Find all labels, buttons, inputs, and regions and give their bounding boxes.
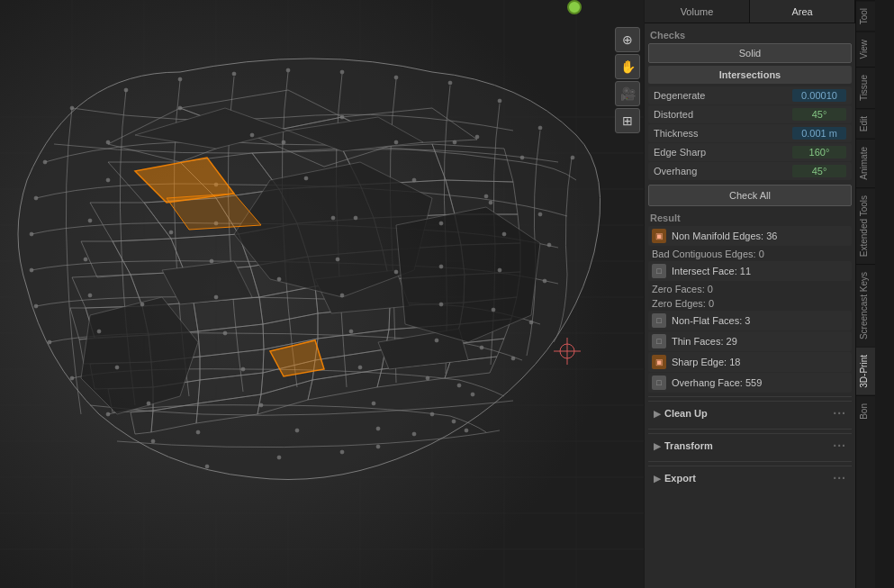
svg-point-76 [70,376,74,380]
panel-content[interactable]: Checks Solid Intersections Degenerate 0.… [645,23,855,588]
degenerate-value[interactable]: 0.00010 [792,89,846,102]
result-zero-faces: Zero Faces: 0 [648,282,852,296]
overhang-label: Overhang [654,166,697,176]
overhang-face-icon: □ [652,375,666,390]
svg-point-74 [480,346,483,349]
transform-section[interactable]: ▶ Transform ··· [648,433,852,457]
non-flat-icon: □ [652,313,666,328]
svg-point-93 [376,427,380,430]
clean-up-section[interactable]: ▶ Clean Up ··· [648,401,852,425]
svg-point-68 [529,321,533,324]
svg-point-95 [205,465,209,468]
svg-point-25 [232,72,236,76]
side-tab-extended-tools[interactable]: Extended Tools [856,187,875,264]
svg-point-22 [70,106,74,110]
svg-point-45 [412,178,416,182]
svg-point-44 [304,176,308,180]
edge-sharp-value[interactable]: 160° [792,146,846,158]
svg-point-59 [439,265,443,268]
zoom-btn[interactable]: ⊕ [615,27,640,52]
svg-point-97 [340,450,344,454]
side-tab-view[interactable]: View [856,32,875,67]
side-tab-bone[interactable]: Bon [856,395,875,427]
solid-button[interactable]: Solid [648,43,852,63]
transform-arrow: ▶ [654,441,661,451]
grid-btn[interactable]: ⊞ [615,108,640,133]
export-section[interactable]: ▶ Export ··· [648,466,852,490]
tab-strip: Volume Area [645,0,855,23]
camera-icon: 🎥 [620,86,636,101]
svg-point-26 [286,68,290,72]
tab-area[interactable]: Area [750,0,855,23]
svg-point-32 [571,156,574,159]
svg-point-79 [358,366,362,369]
divider-3 [648,461,852,462]
result-sharp-edge[interactable]: ▣ Sharp Edge: 18 [648,352,852,372]
svg-point-62 [34,304,38,308]
svg-point-55 [30,268,33,272]
result-intersect-face[interactable]: □ Intersect Face: 11 [648,261,852,281]
non-flat-text: Non-Flat Faces: 3 [672,315,848,326]
svg-point-51 [331,216,335,220]
svg-point-87 [430,412,434,416]
check-thickness-row[interactable]: Thickness 0.001 m [648,124,852,142]
svg-point-94 [412,432,416,436]
svg-point-46 [484,194,488,198]
svg-point-23 [124,88,128,92]
svg-point-65 [340,294,344,297]
viewport[interactable]: ⊕ ✋ 🎥 ⊞ [0,0,644,588]
svg-point-70 [97,330,101,333]
overhang-value[interactable]: 45° [792,165,846,177]
svg-point-78 [241,367,245,371]
svg-point-41 [34,196,38,200]
tab-volume[interactable]: Volume [645,0,750,23]
svg-point-84 [147,402,150,405]
svg-point-71 [223,331,227,335]
svg-point-83 [106,412,110,416]
non-manifold-icon: ▣ [652,229,666,243]
svg-point-57 [210,259,213,263]
svg-point-77 [115,366,119,369]
result-non-manifold[interactable]: ▣ Non Manifold Edges: 36 [648,226,852,246]
viewport-toolbar: ⊕ ✋ 🎥 ⊞ [615,27,640,133]
svg-point-66 [439,303,443,306]
side-tab-tool[interactable]: Tool [856,0,875,32]
check-all-button[interactable]: Check All [648,185,852,206]
grid-icon: ⊞ [622,113,633,128]
mesh-svg [0,0,644,588]
check-degenerate-row[interactable]: Degenerate 0.00010 [648,86,852,104]
result-thin-faces[interactable]: □ Thin Faces: 29 [648,331,852,351]
svg-point-58 [336,258,339,261]
svg-point-105 [394,270,398,274]
side-tab-tissue[interactable]: Tissue [856,67,875,108]
svg-point-52 [439,222,443,225]
intersections-label: Intersections [648,66,852,84]
side-tab-screencast-keys[interactable]: Screencast Keys [856,264,875,347]
svg-point-86 [372,402,375,405]
side-tab-animate[interactable]: Animate [856,139,875,187]
pan-btn[interactable]: ✋ [615,54,640,79]
svg-point-99 [282,140,285,144]
right-panel: Volume Area Checks Solid Intersections D… [644,0,855,588]
svg-point-89 [465,429,468,432]
check-overhang-row[interactable]: Overhang 45° [648,162,852,180]
svg-point-100 [169,231,173,234]
result-overhang-face[interactable]: □ Overhang Face: 559 [648,373,852,393]
side-tab-3d-print[interactable]: 3D-Print [856,347,875,395]
svg-point-82 [471,393,474,396]
svg-point-33 [43,160,47,164]
result-non-flat[interactable]: □ Non-Flat Faces: 3 [648,311,852,330]
camera-btn[interactable]: 🎥 [615,81,640,106]
svg-point-88 [452,420,456,423]
svg-point-49 [88,219,92,222]
svg-point-54 [547,243,551,247]
svg-point-48 [30,232,33,236]
svg-point-73 [435,339,438,342]
thickness-value[interactable]: 0.001 m [792,127,846,140]
result-zero-edges: Zero Edges: 0 [648,296,852,311]
svg-point-101 [354,216,357,220]
distorted-value[interactable]: 45° [792,108,846,121]
side-tab-edit[interactable]: Edit [856,108,875,139]
check-distorted-row[interactable]: Distorted 45° [648,105,852,123]
check-edge-sharp-row[interactable]: Edge Sharp 160° [648,143,852,161]
